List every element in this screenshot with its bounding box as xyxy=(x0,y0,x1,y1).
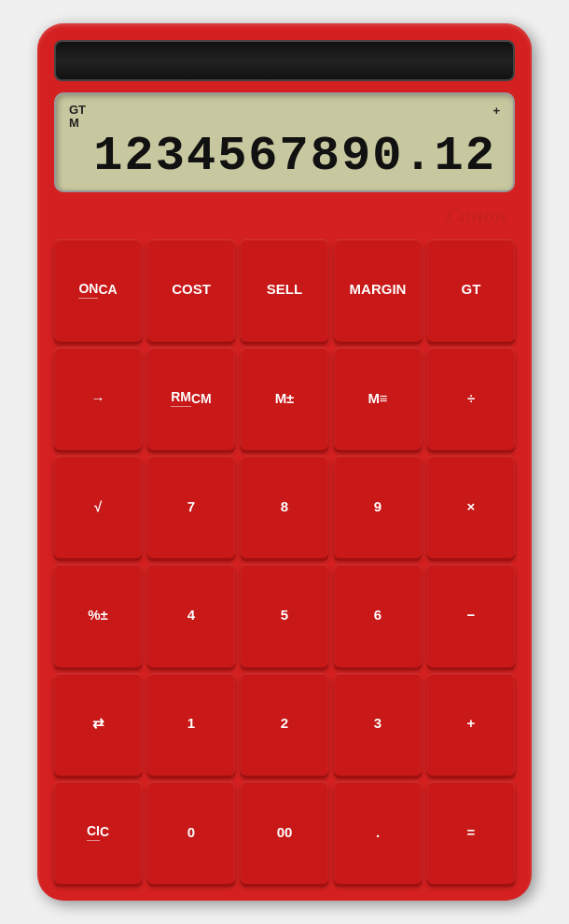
key-sqrt[interactable]: √ xyxy=(54,455,142,558)
key-add[interactable]: + xyxy=(427,673,515,776)
gt-indicator: GT xyxy=(69,104,86,117)
key-label-cost: COST xyxy=(172,282,211,298)
key-margin[interactable]: MARGIN xyxy=(334,239,422,342)
key-equals[interactable]: = xyxy=(427,781,515,884)
key-label-ci-c-line-1: C xyxy=(100,824,109,840)
key-rm-cm[interactable]: RMCM xyxy=(147,347,235,450)
key-label-six: 6 xyxy=(374,608,382,623)
key-two[interactable]: 2 xyxy=(241,673,328,776)
key-nine[interactable]: 9 xyxy=(334,455,422,558)
display-indicators: GT M xyxy=(69,104,86,131)
key-label-percent-plus-minus: %± xyxy=(88,608,108,623)
key-label-seven: 7 xyxy=(187,499,195,515)
key-label-on-ca-line-0: ON xyxy=(78,281,98,299)
key-label-arrow-right: → xyxy=(91,391,105,407)
key-m-plus-minus[interactable]: M± xyxy=(241,347,328,450)
key-one[interactable]: 1 xyxy=(147,673,235,776)
key-row-0: ONCACOSTSELLMARGINGT xyxy=(54,239,515,342)
key-six[interactable]: 6 xyxy=(334,564,422,666)
key-sell[interactable]: SELL xyxy=(241,239,328,342)
key-label-subtract: − xyxy=(467,608,476,623)
key-label-zero: 0 xyxy=(187,825,195,841)
key-three[interactable]: 3 xyxy=(334,673,422,776)
key-label-multiply: × xyxy=(467,499,476,515)
m-indicator: M xyxy=(69,117,86,130)
brand-row: Canon xyxy=(54,203,515,228)
key-label-margin: MARGIN xyxy=(350,282,407,298)
key-label-sell: SELL xyxy=(267,282,302,298)
key-five[interactable]: 5 xyxy=(241,564,328,666)
calculator: GT M + 1234567890.12 Canon ONCACOSTSELLM… xyxy=(37,23,532,901)
key-zero[interactable]: 0 xyxy=(147,781,235,884)
key-label-eight: 8 xyxy=(281,499,288,515)
key-decimal[interactable]: . xyxy=(334,781,422,884)
key-label-equals: = xyxy=(467,825,476,841)
key-label-rm-cm-line-0: RM xyxy=(171,389,191,407)
key-label-two: 2 xyxy=(281,716,288,732)
key-subtract[interactable]: − xyxy=(427,564,515,666)
key-label-one: 1 xyxy=(187,716,195,732)
key-four[interactable]: 4 xyxy=(147,564,235,666)
key-cost[interactable]: COST xyxy=(147,239,235,342)
key-label-ci-c-line-0: CI xyxy=(87,823,100,841)
key-arrow-right[interactable]: → xyxy=(54,347,142,450)
key-eight[interactable]: 8 xyxy=(241,455,328,558)
key-row-5: CIC000.= xyxy=(54,781,515,884)
display: GT M + 1234567890.12 xyxy=(54,92,515,192)
key-multiply[interactable]: × xyxy=(427,455,515,558)
key-divide[interactable]: ÷ xyxy=(427,347,515,450)
plus-indicator: + xyxy=(493,104,500,118)
key-label-divide: ÷ xyxy=(467,391,475,407)
key-exchange[interactable]: ⇄ xyxy=(54,673,142,776)
key-ci-c[interactable]: CIC xyxy=(54,781,142,884)
key-row-3: %±456− xyxy=(54,564,515,666)
key-label-nine: 9 xyxy=(374,499,382,515)
keypad: ONCACOSTSELLMARGINGT→RMCMM±M≡÷√789×%±456… xyxy=(54,239,515,884)
key-label-rm-cm-line-1: CM xyxy=(191,391,212,407)
key-label-add: + xyxy=(467,716,476,732)
key-gt[interactable]: GT xyxy=(427,239,515,342)
display-value: 1234567890.12 xyxy=(69,133,500,181)
key-label-decimal: . xyxy=(376,825,380,841)
key-m-equals[interactable]: M≡ xyxy=(334,347,422,450)
key-percent-plus-minus[interactable]: %± xyxy=(54,564,142,666)
key-row-2: √789× xyxy=(54,455,515,558)
key-label-m-equals: M≡ xyxy=(368,391,387,407)
key-label-sqrt: √ xyxy=(94,499,102,515)
key-label-double-zero: 00 xyxy=(277,825,293,841)
key-label-m-plus-minus: M± xyxy=(275,391,295,407)
key-seven[interactable]: 7 xyxy=(147,455,235,558)
key-label-exchange: ⇄ xyxy=(92,716,104,732)
key-double-zero[interactable]: 00 xyxy=(241,781,328,884)
key-row-4: ⇄123+ xyxy=(54,673,515,776)
key-label-three: 3 xyxy=(374,716,382,732)
key-label-five: 5 xyxy=(281,608,288,623)
key-row-1: →RMCMM±M≡÷ xyxy=(54,347,515,450)
solar-panel xyxy=(54,40,515,81)
key-label-four: 4 xyxy=(187,608,195,623)
key-label-on-ca-line-1: CA xyxy=(98,282,117,298)
key-on-ca[interactable]: ONCA xyxy=(54,239,142,342)
brand-label: Canon xyxy=(446,203,507,228)
key-label-gt: GT xyxy=(462,282,481,298)
